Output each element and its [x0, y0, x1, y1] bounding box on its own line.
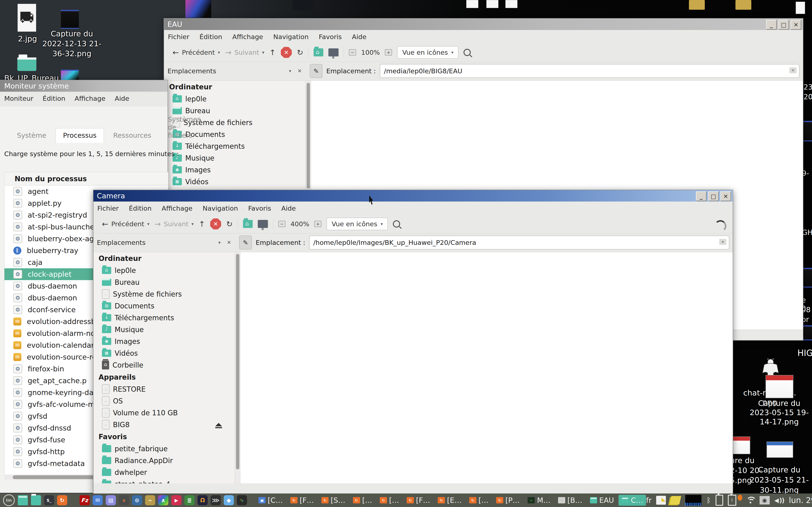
battery-icon[interactable]: [716, 495, 723, 506]
taskbar-window-button[interactable]: [P…: [493, 495, 523, 506]
home-button[interactable]: [314, 48, 323, 56]
zoom-level[interactable]: 400%: [291, 220, 309, 228]
launcher-icon[interactable]: [158, 495, 168, 505]
taskbar-window-button[interactable]: [B…: [555, 495, 585, 506]
view-mode-select[interactable]: Vue en icônes▾: [397, 46, 458, 59]
sidebar-item[interactable]: Musique: [94, 324, 235, 335]
edit-location-button[interactable]: ✎: [239, 235, 252, 249]
forward-button[interactable]: →Suivant▾: [225, 48, 264, 57]
tab[interactable]: Ressources: [106, 128, 158, 143]
view-mode-select[interactable]: Vue en icônes▾: [326, 218, 388, 230]
menu-item[interactable]: Édition: [199, 33, 222, 41]
reload-button[interactable]: ↻: [226, 220, 233, 228]
zoom-in-button[interactable]: +: [314, 221, 321, 227]
menu-item[interactable]: Navigation: [273, 33, 308, 41]
launcher-icon[interactable]: [224, 495, 234, 505]
chevron-down-icon[interactable]: ▾: [147, 221, 149, 226]
menu-item[interactable]: Favoris: [319, 33, 342, 41]
sidebar-item[interactable]: Musique: [164, 152, 305, 164]
sidebar-item[interactable]: Vidéos: [94, 347, 235, 359]
sidebar-item[interactable]: Vidéos: [164, 176, 305, 187]
launcher-icon[interactable]: [44, 495, 54, 505]
launcher-icon[interactable]: [171, 495, 182, 505]
zoom-level[interactable]: 100%: [361, 49, 380, 56]
keyboard-layout-indicator[interactable]: fr: [646, 496, 652, 504]
sidebar-item[interactable]: lep0le: [94, 265, 235, 276]
sidebar-item[interactable]: Documents: [94, 300, 235, 312]
system-graph-applet[interactable]: [685, 495, 702, 506]
launcher-icon[interactable]: [145, 495, 155, 505]
menu-item[interactable]: Aide: [281, 205, 296, 212]
home-button[interactable]: [243, 220, 253, 228]
stop-button[interactable]: ✕: [210, 218, 221, 229]
display-tool-icon[interactable]: [656, 496, 666, 505]
menu-item[interactable]: Fichier: [168, 33, 189, 41]
launcher-icon[interactable]: [57, 495, 67, 505]
sidebar-item[interactable]: Radiance.AppDir: [94, 455, 235, 466]
zoom-out-button[interactable]: −: [349, 49, 356, 56]
maximize-button[interactable]: □: [708, 191, 719, 201]
menu-item[interactable]: Affichage: [162, 205, 193, 212]
close-button[interactable]: ✕: [720, 191, 731, 201]
process-column-header[interactable]: Nom du processus: [4, 172, 168, 185]
zoom-out-button[interactable]: −: [278, 221, 286, 227]
sticky-notes-icon[interactable]: [670, 496, 681, 504]
sidebar-item[interactable]: Images: [94, 335, 235, 347]
minimize-button[interactable]: _: [696, 191, 707, 201]
sidebar-item[interactable]: Volume de 110 GB: [94, 407, 235, 419]
taskbar-window-button[interactable]: [F…: [404, 495, 433, 506]
sidebar-item[interactable]: Système de fichiers: [94, 288, 235, 300]
tab[interactable]: Processus: [56, 128, 104, 143]
close-sidebar-icon[interactable]: ✕: [227, 239, 231, 245]
launcher-icon[interactable]: [18, 495, 28, 505]
chevron-down-icon[interactable]: ▾: [191, 221, 194, 226]
camera-content-area[interactable]: [241, 252, 733, 483]
sidebar-item[interactable]: Corbeille: [94, 359, 235, 371]
forward-button[interactable]: →Suivant▾: [154, 220, 194, 228]
close-button[interactable]: ✕: [791, 20, 801, 30]
location-input[interactable]: /home/lep0le/Images/BK_up_Huawei_P20/Cam…: [309, 235, 729, 249]
launcher-icon[interactable]: [3, 494, 15, 506]
clear-location-icon[interactable]: ✕: [719, 239, 726, 245]
menu-item[interactable]: Édition: [43, 95, 65, 102]
sidebar-item[interactable]: RESTORE: [94, 383, 235, 395]
taskbar-window-button[interactable]: EAU: [587, 495, 617, 506]
camera-titlebar[interactable]: Camera _ □ ✕: [94, 190, 733, 202]
sidebar-item[interactable]: OS: [94, 395, 235, 407]
menu-item[interactable]: Fichier: [97, 205, 119, 212]
sidebar-item[interactable]: Téléchargements: [94, 312, 235, 324]
launcher-icon[interactable]: [93, 495, 103, 505]
volume-icon[interactable]: [774, 497, 784, 504]
menu-item[interactable]: Aide: [115, 95, 129, 102]
launcher-icon[interactable]: [80, 495, 90, 505]
taskbar-window-button[interactable]: [E…: [435, 495, 465, 506]
tab[interactable]: Système: [10, 128, 53, 143]
chevron-down-icon[interactable]: ▾: [289, 68, 291, 73]
back-button[interactable]: ←Précédent▾: [172, 48, 220, 57]
menu-item[interactable]: Navigation: [203, 205, 238, 212]
sidebar-title[interactable]: Emplacements: [167, 67, 216, 75]
launcher-icon[interactable]: [237, 495, 247, 505]
chevron-down-icon[interactable]: ▾: [218, 240, 220, 245]
sidebar-item[interactable]: dwhelper: [94, 466, 235, 478]
desktop-icon-bkup-bureau[interactable]: Bk_UP_Bureau: [13, 53, 42, 66]
launcher-icon[interactable]: [106, 495, 116, 505]
reload-button[interactable]: ↻: [297, 48, 303, 57]
edit-location-button[interactable]: ✎: [310, 64, 322, 78]
launcher-icon[interactable]: [31, 495, 41, 505]
launcher-icon[interactable]: [119, 495, 129, 505]
chevron-down-icon[interactable]: ▾: [262, 50, 264, 55]
taskbar-window-button[interactable]: […: [377, 495, 402, 506]
zoom-in-button[interactable]: +: [385, 49, 392, 56]
sidebar-item[interactable]: Images: [164, 164, 305, 176]
taskbar-window-button[interactable]: […: [466, 495, 492, 506]
menu-item[interactable]: Affichage: [233, 33, 263, 41]
sidebar-item[interactable]: BIG8: [94, 419, 235, 431]
computer-button[interactable]: [258, 220, 268, 228]
menu-item[interactable]: Moniteur: [4, 95, 34, 102]
taskbar-window-button[interactable]: M…: [524, 495, 553, 506]
taskbar-window-button[interactable]: [F…: [287, 495, 317, 506]
search-icon[interactable]: [463, 49, 471, 56]
taskbar-window-button[interactable]: [C…: [255, 495, 286, 506]
menu-item[interactable]: Édition: [129, 205, 151, 212]
